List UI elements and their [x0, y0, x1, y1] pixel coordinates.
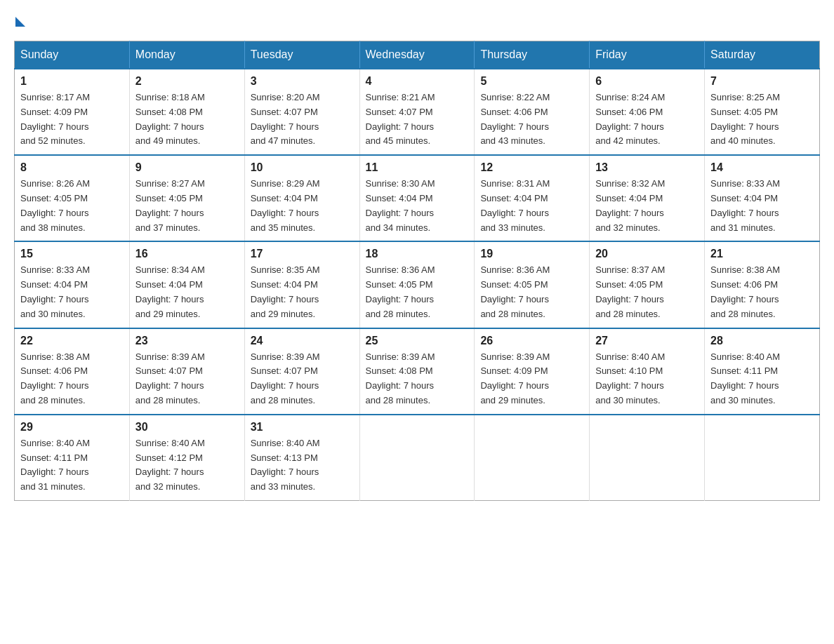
day-info: Sunrise: 8:32 AM Sunset: 4:04 PM Dayligh… [595, 177, 699, 235]
day-number: 10 [251, 161, 354, 174]
day-cell: 18 Sunrise: 8:36 AM Sunset: 4:05 PM Dayl… [359, 241, 475, 328]
day-info: Sunrise: 8:20 AM Sunset: 4:07 PM Dayligh… [251, 90, 354, 149]
day-number: 12 [480, 161, 583, 174]
day-number: 22 [20, 335, 124, 347]
day-cell: 11 Sunrise: 8:30 AM Sunset: 4:04 PM Dayl… [359, 155, 475, 241]
day-info: Sunrise: 8:24 AM Sunset: 4:06 PM Dayligh… [595, 90, 699, 149]
day-number: 16 [135, 248, 239, 260]
day-number: 7 [710, 75, 814, 88]
day-number: 29 [20, 421, 124, 434]
day-cell: 10 Sunrise: 8:29 AM Sunset: 4:04 PM Dayl… [244, 155, 359, 241]
day-cell: 24 Sunrise: 8:39 AM Sunset: 4:07 PM Dayl… [244, 328, 359, 415]
day-number: 5 [480, 75, 583, 88]
header-monday: Monday [129, 41, 244, 69]
logo [14, 14, 25, 27]
day-cell: 3 Sunrise: 8:20 AM Sunset: 4:07 PM Dayli… [244, 69, 359, 155]
day-info: Sunrise: 8:38 AM Sunset: 4:06 PM Dayligh… [20, 350, 124, 408]
header-thursday: Thursday [475, 41, 590, 69]
day-info: Sunrise: 8:39 AM Sunset: 4:07 PM Dayligh… [251, 350, 354, 408]
day-number: 9 [135, 161, 239, 174]
day-cell: 30 Sunrise: 8:40 AM Sunset: 4:12 PM Dayl… [129, 415, 244, 501]
header-sunday: Sunday [15, 41, 130, 69]
day-cell: 26 Sunrise: 8:39 AM Sunset: 4:09 PM Dayl… [475, 328, 590, 415]
header-saturday: Saturday [705, 41, 820, 69]
day-number: 4 [366, 75, 469, 88]
day-cell: 6 Sunrise: 8:24 AM Sunset: 4:06 PM Dayli… [590, 69, 705, 155]
day-cell: 9 Sunrise: 8:27 AM Sunset: 4:05 PM Dayli… [129, 155, 244, 241]
day-cell: 25 Sunrise: 8:39 AM Sunset: 4:08 PM Dayl… [359, 328, 475, 415]
day-info: Sunrise: 8:22 AM Sunset: 4:06 PM Dayligh… [480, 90, 583, 149]
day-info: Sunrise: 8:33 AM Sunset: 4:04 PM Dayligh… [20, 263, 124, 321]
day-number: 1 [20, 75, 124, 88]
day-cell: 5 Sunrise: 8:22 AM Sunset: 4:06 PM Dayli… [475, 69, 590, 155]
day-info: Sunrise: 8:36 AM Sunset: 4:05 PM Dayligh… [480, 263, 583, 321]
week-row-5: 29 Sunrise: 8:40 AM Sunset: 4:11 PM Dayl… [15, 415, 820, 501]
day-info: Sunrise: 8:40 AM Sunset: 4:10 PM Dayligh… [595, 350, 699, 408]
day-cell: 21 Sunrise: 8:38 AM Sunset: 4:06 PM Dayl… [705, 241, 820, 328]
day-cell: 13 Sunrise: 8:32 AM Sunset: 4:04 PM Dayl… [590, 155, 705, 241]
week-row-1: 1 Sunrise: 8:17 AM Sunset: 4:09 PM Dayli… [15, 69, 820, 155]
day-info: Sunrise: 8:39 AM Sunset: 4:08 PM Dayligh… [366, 350, 469, 408]
day-number: 24 [251, 335, 354, 347]
day-cell: 31 Sunrise: 8:40 AM Sunset: 4:13 PM Dayl… [244, 415, 359, 501]
day-info: Sunrise: 8:40 AM Sunset: 4:11 PM Dayligh… [20, 436, 124, 495]
day-number: 20 [595, 248, 699, 260]
day-info: Sunrise: 8:37 AM Sunset: 4:05 PM Dayligh… [595, 263, 699, 321]
day-number: 2 [135, 75, 239, 88]
day-info: Sunrise: 8:18 AM Sunset: 4:08 PM Dayligh… [135, 90, 239, 149]
day-info: Sunrise: 8:17 AM Sunset: 4:09 PM Dayligh… [20, 90, 124, 149]
day-number: 14 [710, 161, 814, 174]
day-cell: 29 Sunrise: 8:40 AM Sunset: 4:11 PM Dayl… [15, 415, 130, 501]
day-cell: 23 Sunrise: 8:39 AM Sunset: 4:07 PM Dayl… [129, 328, 244, 415]
day-number: 13 [595, 161, 699, 174]
day-cell: 2 Sunrise: 8:18 AM Sunset: 4:08 PM Dayli… [129, 69, 244, 155]
day-cell: 7 Sunrise: 8:25 AM Sunset: 4:05 PM Dayli… [705, 69, 820, 155]
day-number: 6 [595, 75, 699, 88]
day-number: 25 [366, 335, 469, 347]
week-row-2: 8 Sunrise: 8:26 AM Sunset: 4:05 PM Dayli… [15, 155, 820, 241]
day-cell: 15 Sunrise: 8:33 AM Sunset: 4:04 PM Dayl… [15, 241, 130, 328]
header-tuesday: Tuesday [244, 41, 359, 69]
logo-triangle-icon [15, 17, 25, 27]
day-info: Sunrise: 8:38 AM Sunset: 4:06 PM Dayligh… [710, 263, 814, 321]
day-cell: 14 Sunrise: 8:33 AM Sunset: 4:04 PM Dayl… [705, 155, 820, 241]
day-number: 23 [135, 335, 239, 347]
day-info: Sunrise: 8:30 AM Sunset: 4:04 PM Dayligh… [366, 177, 469, 235]
day-info: Sunrise: 8:25 AM Sunset: 4:05 PM Dayligh… [710, 90, 814, 149]
day-number: 21 [710, 248, 814, 260]
day-info: Sunrise: 8:35 AM Sunset: 4:04 PM Dayligh… [251, 263, 354, 321]
day-info: Sunrise: 8:34 AM Sunset: 4:04 PM Dayligh… [135, 263, 239, 321]
day-cell: 20 Sunrise: 8:37 AM Sunset: 4:05 PM Dayl… [590, 241, 705, 328]
day-cell: 27 Sunrise: 8:40 AM Sunset: 4:10 PM Dayl… [590, 328, 705, 415]
day-number: 3 [251, 75, 354, 88]
day-cell: 12 Sunrise: 8:31 AM Sunset: 4:04 PM Dayl… [475, 155, 590, 241]
header-friday: Friday [590, 41, 705, 69]
week-row-4: 22 Sunrise: 8:38 AM Sunset: 4:06 PM Dayl… [15, 328, 820, 415]
day-number: 27 [595, 335, 699, 347]
day-info: Sunrise: 8:40 AM Sunset: 4:11 PM Dayligh… [710, 350, 814, 408]
day-number: 11 [366, 161, 469, 174]
day-cell: 16 Sunrise: 8:34 AM Sunset: 4:04 PM Dayl… [129, 241, 244, 328]
day-info: Sunrise: 8:31 AM Sunset: 4:04 PM Dayligh… [480, 177, 583, 235]
day-cell: 17 Sunrise: 8:35 AM Sunset: 4:04 PM Dayl… [244, 241, 359, 328]
day-info: Sunrise: 8:40 AM Sunset: 4:13 PM Dayligh… [251, 436, 354, 495]
day-cell [359, 415, 475, 501]
day-number: 17 [251, 248, 354, 260]
day-info: Sunrise: 8:26 AM Sunset: 4:05 PM Dayligh… [20, 177, 124, 235]
day-number: 26 [480, 335, 583, 347]
calendar-header-row: SundayMondayTuesdayWednesdayThursdayFrid… [15, 41, 820, 69]
day-cell: 28 Sunrise: 8:40 AM Sunset: 4:11 PM Dayl… [705, 328, 820, 415]
day-info: Sunrise: 8:29 AM Sunset: 4:04 PM Dayligh… [251, 177, 354, 235]
day-cell: 19 Sunrise: 8:36 AM Sunset: 4:05 PM Dayl… [475, 241, 590, 328]
day-info: Sunrise: 8:39 AM Sunset: 4:09 PM Dayligh… [480, 350, 583, 408]
day-number: 31 [251, 421, 354, 434]
day-number: 8 [20, 161, 124, 174]
day-cell: 4 Sunrise: 8:21 AM Sunset: 4:07 PM Dayli… [359, 69, 475, 155]
day-number: 19 [480, 248, 583, 260]
day-number: 18 [366, 248, 469, 260]
day-number: 28 [710, 335, 814, 347]
day-cell [475, 415, 590, 501]
day-number: 30 [135, 421, 239, 434]
day-cell: 22 Sunrise: 8:38 AM Sunset: 4:06 PM Dayl… [15, 328, 130, 415]
day-info: Sunrise: 8:36 AM Sunset: 4:05 PM Dayligh… [366, 263, 469, 321]
